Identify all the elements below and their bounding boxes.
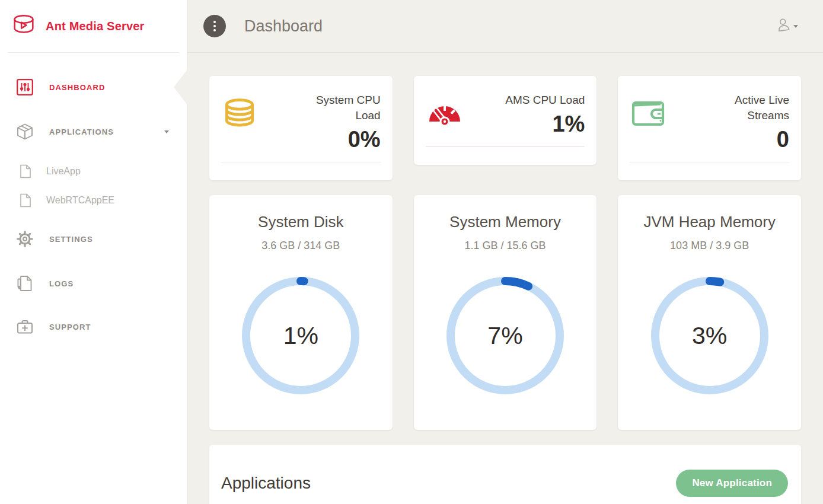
gauge-title: System Disk [221, 213, 381, 231]
sidebar-item-webrtcappee[interactable]: WebRTCAppEE [0, 187, 187, 214]
donut-gauge: 3% [650, 276, 769, 395]
sidebar-nav: DASHBOARD APPLICATIONS LiveAp [0, 53, 187, 342]
log-document-icon [16, 275, 34, 292]
database-icon [221, 97, 258, 135]
page-title: Dashboard [244, 17, 323, 36]
sidebar-item-label: LOGS [49, 279, 74, 288]
gauge-percent-label: 7% [446, 276, 564, 395]
sidebar-item-label: LiveApp [46, 166, 81, 177]
gauge-subtitle: 103 MB / 3.9 GB [630, 240, 789, 252]
gauge-card-system-memory: System Memory 1.1 GB / 15.6 GB 7% [414, 195, 597, 430]
stat-card-value: 0 [666, 127, 789, 152]
sidebar-item-label: APPLICATIONS [49, 127, 114, 136]
stat-card-title: Active Live Streams [706, 92, 789, 123]
gauge-subtitle: 1.1 GB / 15.6 GB [426, 240, 585, 252]
gauge-title: JVM Heap Memory [630, 213, 789, 231]
gauge-card-jvm-heap-memory: JVM Heap Memory 103 MB / 3.9 GB 3% [618, 195, 801, 430]
file-icon [19, 164, 31, 178]
stat-card-title: System CPU Load [298, 92, 381, 123]
gauge-cards-row: System Disk 3.6 GB / 314 GB 1% System Me… [209, 195, 801, 430]
gauge-percent-label: 1% [241, 276, 360, 395]
sidebar-item-logs[interactable]: LOGS [0, 268, 187, 299]
stat-card-title: AMS CPU Load [502, 92, 585, 108]
applications-title: Applications [221, 474, 311, 493]
file-icon [19, 193, 31, 208]
gauge-title: System Memory [426, 213, 585, 231]
stat-card-active-live-streams: Active Live Streams 0 [618, 76, 801, 180]
ant-media-logo-icon [10, 11, 37, 41]
sidebar-item-label: SUPPORT [49, 323, 91, 331]
gauge-card-system-disk: System Disk 3.6 GB / 314 GB 1% [209, 195, 393, 430]
sidebar-item-applications[interactable]: APPLICATIONS [0, 116, 187, 147]
sidebar-item-dashboard[interactable]: DASHBOARD [0, 72, 187, 103]
stat-card-value: 0% [258, 127, 381, 152]
stat-card-value: 1% [464, 111, 585, 137]
new-application-button[interactable]: New Application [676, 470, 788, 497]
kebab-menu-icon[interactable] [203, 15, 226, 37]
chevron-down-icon [164, 130, 169, 133]
top-bar: Dashboard [187, 0, 823, 53]
gear-icon [16, 230, 34, 248]
brand-logo[interactable]: Ant Media Server [0, 0, 187, 52]
main-area: Dashboard [187, 0, 823, 504]
sidebar-item-support[interactable]: SUPPORT [0, 311, 187, 342]
active-item-notch [174, 69, 187, 105]
sidebar: Ant Media Server DASHBOARD [0, 0, 187, 504]
gauge-subtitle: 3.6 GB / 314 GB [221, 240, 381, 252]
package-box-icon [16, 123, 34, 141]
wallet-icon [630, 97, 666, 130]
dashboard-sliders-icon [16, 78, 34, 96]
applications-section: Applications New Application [209, 445, 801, 504]
sidebar-item-label: SETTINGS [49, 235, 93, 244]
donut-gauge: 7% [446, 276, 564, 395]
stat-card-ams-cpu-load: AMS CPU Load 1% [414, 76, 597, 165]
user-icon [776, 17, 791, 35]
gauge-percent-label: 3% [650, 276, 769, 395]
user-menu[interactable] [776, 17, 798, 35]
sidebar-item-label: WebRTCAppEE [46, 195, 114, 206]
stat-cards-row: System CPU Load 0% [209, 76, 801, 180]
support-kit-icon [16, 318, 34, 336]
chevron-down-icon [793, 25, 798, 28]
dashboard-content: System CPU Load 0% [187, 53, 823, 504]
sidebar-item-label: DASHBOARD [49, 83, 105, 92]
stat-card-system-cpu-load: System CPU Load 0% [209, 76, 393, 180]
donut-gauge: 1% [241, 276, 360, 395]
brand-name: Ant Media Server [46, 20, 145, 33]
sidebar-item-settings[interactable]: SETTINGS [0, 224, 187, 254]
speedometer-icon [426, 97, 464, 129]
sidebar-item-liveapp[interactable]: LiveApp [0, 158, 187, 185]
